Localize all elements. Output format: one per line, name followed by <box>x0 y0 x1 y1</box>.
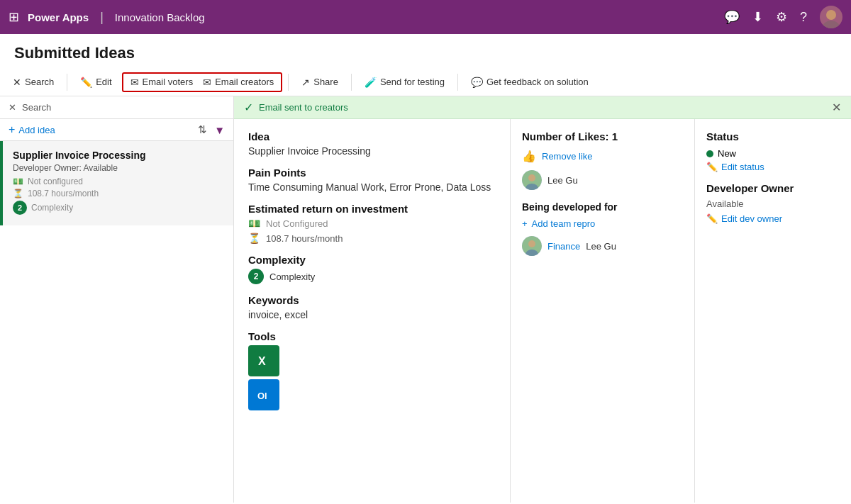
topbar-right: 💬 ⬇ ⚙ ? <box>724 6 842 28</box>
download-icon[interactable]: ⬇ <box>752 9 763 25</box>
edit-icon: ✏️ <box>80 77 92 88</box>
user-avatar[interactable] <box>820 6 842 28</box>
main-layout: ✕ Search + Add idea ⇅ ▼ Supplier Invoice… <box>0 96 851 503</box>
dev-owner-title: Developer Owner <box>706 182 840 194</box>
complexity-badge: 2 <box>13 201 27 215</box>
app-name: Innovation Backlog <box>115 11 205 23</box>
edit-status-label: Edit status <box>721 162 764 172</box>
idea-card[interactable]: Supplier Invoice Processing Developer Ow… <box>0 141 233 225</box>
idea-card-not-configured: Not configured <box>28 177 83 186</box>
likes-title: Number of Likes: 1 <box>522 130 683 142</box>
svg-point-0 <box>826 10 836 20</box>
idea-card-complexity-row: 2 Complexity <box>13 201 223 215</box>
title-separator: | <box>100 10 104 25</box>
success-message: Email sent to creators <box>259 102 348 113</box>
status-title: Status <box>706 130 840 142</box>
team-person-name: Lee Gu <box>586 241 616 252</box>
add-team-label: Add team repro <box>532 218 596 229</box>
complexity-title: Complexity <box>248 254 496 266</box>
brand-name: Power Apps <box>28 11 89 23</box>
toolbar: ✕ Search ✏️ Edit ✉ Email voters ✉ Email … <box>0 68 851 96</box>
close-icon: ✕ <box>13 77 21 88</box>
email-buttons-group: ✉ Email voters ✉ Email creators <box>122 72 283 92</box>
search-label: Search <box>22 102 51 113</box>
success-banner: ✓ Email sent to creators ✕ <box>234 96 851 119</box>
search-bar[interactable]: ✕ Search <box>0 96 233 119</box>
banner-close-button[interactable]: ✕ <box>832 101 841 114</box>
comment-icon[interactable]: 💬 <box>724 9 740 25</box>
edit-dev-owner-icon: ✏️ <box>706 213 718 224</box>
search-label: Search <box>25 77 54 87</box>
svg-point-10 <box>528 240 535 247</box>
email-voters-label: Email voters <box>143 77 194 87</box>
sidebar-actions: + Add idea ⇅ ▼ <box>0 119 233 141</box>
toolbar-divider-4 <box>457 74 458 91</box>
idea-card-title: Supplier Invoice Processing <box>13 150 223 161</box>
email-voters-button[interactable]: ✉ Email voters <box>126 75 198 89</box>
idea-card-dev-owner: Developer Owner: Available <box>13 163 223 173</box>
content-body: Idea Supplier Invoice Processing Pain Po… <box>234 119 851 503</box>
grid-icon: ⊞ <box>9 9 19 25</box>
status-dot <box>706 150 713 157</box>
idea-card-hours: 108.7 hours/month <box>28 189 99 198</box>
sidebar: ✕ Search + Add idea ⇅ ▼ Supplier Invoice… <box>0 96 234 503</box>
toolbar-divider-2 <box>288 74 289 91</box>
hourglass-icon: ⏳ <box>13 189 23 198</box>
like-user-avatar <box>522 170 542 190</box>
team-user-avatar <box>522 236 542 256</box>
page-title: Submitted Ideas <box>0 34 851 68</box>
status-value: New <box>718 148 736 159</box>
sort-icon[interactable]: ⇅ <box>198 123 207 136</box>
flask-icon: 🧪 <box>365 77 377 88</box>
roi-title: Estimated return on investment <box>248 203 496 215</box>
team-info-row: Finance Lee Gu <box>522 236 683 256</box>
detail-middle: Number of Likes: 1 👍 Remove like Lee Gu … <box>511 119 695 503</box>
share-button[interactable]: ↗ Share <box>294 74 345 91</box>
svg-point-1 <box>823 21 840 28</box>
share-label: Share <box>313 77 338 87</box>
edit-status-icon: ✏️ <box>706 162 718 172</box>
remove-like-label: Remove like <box>542 151 593 162</box>
idea-card-not-configured-row: 💵 Not configured <box>13 177 223 186</box>
like-user-row: Lee Gu <box>522 170 683 190</box>
feedback-icon: 💬 <box>471 77 483 88</box>
tools-grid: X Ol <box>248 345 496 410</box>
filter-icon[interactable]: ▼ <box>214 124 225 136</box>
roi-hours: 108.7 hours/month <box>266 233 343 244</box>
email-creators-icon: ✉ <box>203 77 211 88</box>
team-label: Finance <box>547 241 580 252</box>
edit-dev-owner-button[interactable]: ✏️ Edit dev owner <box>706 213 840 224</box>
roi-not-configured-row: 💵 Not Configured <box>248 218 496 229</box>
email-voters-icon: ✉ <box>130 77 139 88</box>
email-creators-button[interactable]: ✉ Email creators <box>199 75 278 89</box>
add-idea-button[interactable]: + Add idea <box>9 123 195 136</box>
remove-like-button[interactable]: 👍 Remove like <box>522 150 683 163</box>
send-testing-button[interactable]: 🧪 Send for testing <box>357 74 452 91</box>
edit-button[interactable]: ✏️ Edit <box>73 74 118 91</box>
roi-not-configured: Not Configured <box>266 218 328 229</box>
app-grid-icon[interactable]: ⊞ <box>9 9 19 25</box>
idea-card-complexity-label: Complexity <box>31 203 73 213</box>
complexity-value: Complexity <box>269 271 315 282</box>
excel-tool-icon: X <box>248 345 279 376</box>
share-icon: ↗ <box>301 77 310 88</box>
pain-points-title: Pain Points <box>248 167 496 179</box>
settings-icon[interactable]: ⚙ <box>776 9 787 25</box>
get-feedback-button[interactable]: 💬 Get feedback on solution <box>464 74 596 91</box>
pain-points-value: Time Consuming Manual Work, Error Prone,… <box>248 181 496 193</box>
like-user-name: Lee Gu <box>547 175 578 186</box>
edit-status-button[interactable]: ✏️ Edit status <box>706 162 840 172</box>
idea-section-value: Supplier Invoice Processing <box>248 145 496 157</box>
help-icon[interactable]: ? <box>800 10 807 25</box>
keywords-title: Keywords <box>248 294 496 306</box>
get-feedback-label: Get feedback on solution <box>486 77 589 87</box>
plus-team-icon: + <box>522 218 528 229</box>
add-idea-label: Add idea <box>18 125 55 135</box>
add-team-repro-button[interactable]: + Add team repro <box>522 218 683 229</box>
toolbar-divider-3 <box>351 74 352 91</box>
search-button[interactable]: ✕ Search <box>6 74 61 91</box>
check-icon: ✓ <box>244 101 253 114</box>
idea-section-title: Idea <box>248 130 496 142</box>
complexity-row: 2 Complexity <box>248 269 496 284</box>
roi-hours-row: ⏳ 108.7 hours/month <box>248 233 496 244</box>
